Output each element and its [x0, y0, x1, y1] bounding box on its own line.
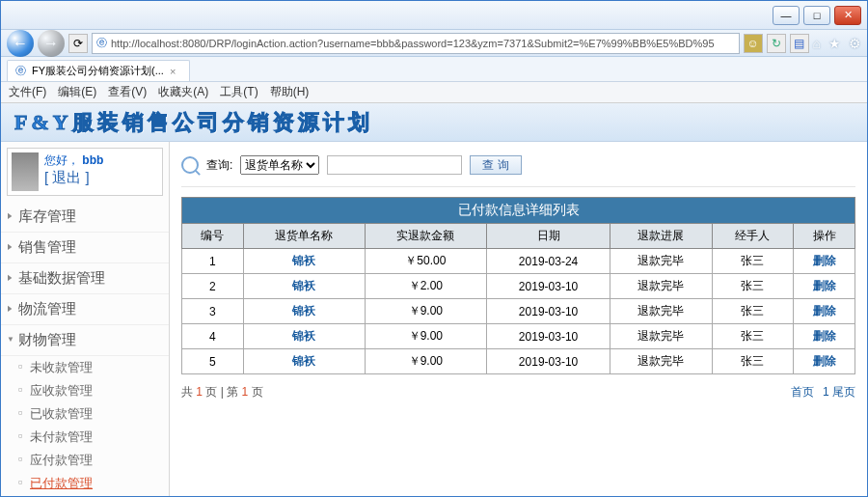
site-banner: F&Y服装销售公司分销资源计划 — [1, 103, 867, 142]
search-row: 查询: 退货单名称 查 询 — [181, 150, 855, 187]
address-bar-row: ← → ⟳ ⓔ http://localhost:8080/DRP/loginA… — [1, 30, 867, 57]
refresh2-icon[interactable]: ↻ — [767, 34, 786, 53]
table-row: 2锦袄￥2.002019-03-10退款完毕张三删除 — [182, 274, 855, 299]
cell: ￥9.00 — [365, 299, 486, 324]
cell: 2019-03-10 — [486, 349, 610, 374]
table-row: 4锦袄￥9.002019-03-10退款完毕张三删除 — [182, 324, 855, 349]
search-button[interactable]: 查 询 — [470, 155, 521, 175]
browser-tab[interactable]: ⓔ FY服装公司分销资源计划(... × — [7, 60, 190, 81]
sidebar: 您好， bbb [ 退出 ] 库存管理销售管理基础数据管理物流管理财物管理未收款… — [1, 142, 170, 496]
paid-table: 已付款信息详细列表 编号退货单名称实退款金额日期退款进展经手人操作 1锦袄￥50… — [181, 197, 855, 374]
avatar — [12, 152, 39, 191]
refresh-icon[interactable]: ⟳ — [68, 34, 88, 53]
name-link[interactable]: 锦袄 — [243, 324, 365, 349]
sidebar-item-4[interactable]: 财物管理 — [1, 325, 169, 356]
menu-help[interactable]: 帮助(H) — [270, 84, 310, 100]
cell: 3 — [182, 299, 244, 324]
name-link[interactable]: 锦袄 — [243, 299, 365, 324]
pager-first[interactable]: 首页 — [791, 385, 814, 399]
menu-view[interactable]: 查看(V) — [108, 84, 147, 100]
ie-icon: ⓔ — [96, 36, 107, 50]
cell: 退款完毕 — [610, 349, 712, 374]
name-link[interactable]: 锦袄 — [243, 274, 365, 299]
cell: 2019-03-10 — [486, 274, 610, 299]
col-header: 日期 — [486, 224, 610, 249]
logout-link[interactable]: [ 退出 ] — [44, 169, 103, 187]
main-panel: 查询: 退货单名称 查 询 已付款信息详细列表 编号退货单名称实退款金额日期退款… — [170, 142, 867, 496]
name-link[interactable]: 锦袄 — [243, 349, 365, 374]
cell: 1 — [182, 249, 244, 274]
cell: 退款完毕 — [610, 249, 712, 274]
sidebar-subitem-3[interactable]: 未付款管理 — [1, 426, 169, 449]
sidebar-item-2[interactable]: 基础数据管理 — [1, 263, 169, 294]
url-text: http://localhost:8080/DRP/loginAction.ac… — [111, 38, 715, 49]
sidebar-subitem-0[interactable]: 未收款管理 — [1, 356, 169, 379]
search-field-select[interactable]: 退货单名称 — [240, 155, 319, 175]
forward-button[interactable]: → — [38, 30, 65, 57]
tab-favicon: ⓔ — [15, 64, 26, 78]
cell: ￥2.00 — [365, 274, 486, 299]
back-button[interactable]: ← — [7, 30, 34, 57]
dev-icon[interactable]: ▤ — [790, 34, 809, 53]
table-row: 1锦袄￥50.002019-03-24退款完毕张三删除 — [182, 249, 855, 274]
cell: 张三 — [712, 324, 794, 349]
delete-link[interactable]: 删除 — [794, 349, 855, 374]
address-bar[interactable]: ⓔ http://localhost:8080/DRP/loginAction.… — [92, 33, 740, 54]
tab-strip: ⓔ FY服装公司分销资源计划(... × — [1, 57, 867, 82]
cell: ￥9.00 — [365, 324, 486, 349]
window-titlebar: — □ ✕ — [1, 1, 867, 30]
delete-link[interactable]: 删除 — [794, 299, 855, 324]
cell: 退款完毕 — [610, 274, 712, 299]
cell: 张三 — [712, 349, 794, 374]
name-link[interactable]: 锦袄 — [243, 249, 365, 274]
cell: 2019-03-10 — [486, 299, 610, 324]
col-header: 经手人 — [712, 224, 794, 249]
sidebar-item-3[interactable]: 物流管理 — [1, 294, 169, 325]
cell: 张三 — [712, 299, 794, 324]
cell: 2 — [182, 274, 244, 299]
sidebar-subitem-4[interactable]: 应付款管理 — [1, 449, 169, 472]
minimize-button[interactable]: — — [773, 6, 800, 25]
search-input[interactable] — [327, 155, 462, 175]
sidebar-subitem-5[interactable]: 已付款管理 — [1, 472, 169, 495]
tab-close-icon[interactable]: × — [170, 66, 176, 77]
sidebar-item-0[interactable]: 库存管理 — [1, 202, 169, 233]
cell: ￥9.00 — [365, 349, 486, 374]
table-row: 5锦袄￥9.002019-03-10退款完毕张三删除 — [182, 349, 855, 374]
menu-bar: 文件(F) 编辑(E) 查看(V) 收藏夹(A) 工具(T) 帮助(H) — [1, 82, 867, 103]
menu-edit[interactable]: 编辑(E) — [58, 84, 96, 100]
table-row: 3锦袄￥9.002019-03-10退款完毕张三删除 — [182, 299, 855, 324]
favorites-icon[interactable]: ★ — [828, 36, 841, 51]
menu-tools[interactable]: 工具(T) — [220, 84, 258, 100]
maximize-button[interactable]: □ — [803, 6, 830, 25]
cell: 退款完毕 — [610, 324, 712, 349]
user-box: 您好， bbb [ 退出 ] — [7, 148, 163, 196]
delete-link[interactable]: 删除 — [794, 274, 855, 299]
search-label: 查询: — [206, 157, 232, 174]
col-header: 退货单名称 — [243, 224, 365, 249]
cell: 退款完毕 — [610, 299, 712, 324]
pager: 共 1 页 | 第 1 页 首页 1 尾页 — [181, 384, 855, 400]
col-header: 编号 — [182, 224, 244, 249]
cell: ￥50.00 — [365, 249, 486, 274]
compat-icon[interactable]: ☺ — [744, 34, 763, 53]
banner-text: F&Y服装销售公司分销资源计划 — [14, 108, 373, 137]
cell: 5 — [182, 349, 244, 374]
menu-file[interactable]: 文件(F) — [9, 84, 46, 100]
tools-icon[interactable]: ⚙ — [849, 36, 861, 51]
sidebar-subitem-2[interactable]: 已收款管理 — [1, 402, 169, 426]
sidebar-subitem-1[interactable]: 应收款管理 — [1, 379, 169, 402]
delete-link[interactable]: 删除 — [794, 249, 855, 274]
cell: 2019-03-24 — [486, 249, 610, 274]
delete-link[interactable]: 删除 — [794, 324, 855, 349]
home-icon[interactable]: ⌂ — [813, 36, 821, 51]
close-button[interactable]: ✕ — [834, 6, 861, 25]
pager-last[interactable]: 1 尾页 — [823, 385, 855, 399]
cell: 2019-03-10 — [486, 324, 610, 349]
menu-favorites[interactable]: 收藏夹(A) — [158, 84, 208, 100]
cell: 张三 — [712, 249, 794, 274]
sidebar-item-5[interactable]: 系统管理 — [1, 495, 169, 496]
sidebar-item-1[interactable]: 销售管理 — [1, 233, 169, 263]
col-header: 实退款金额 — [365, 224, 486, 249]
cell: 4 — [182, 324, 244, 349]
